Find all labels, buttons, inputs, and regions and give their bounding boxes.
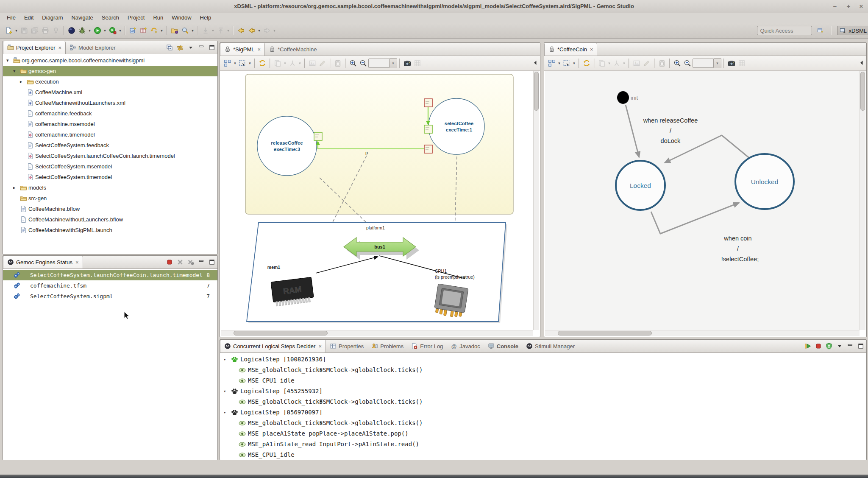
state-locked[interactable]: Locked bbox=[616, 161, 665, 210]
scrollbar-thumb[interactable] bbox=[234, 331, 328, 335]
menu-file[interactable]: File bbox=[3, 13, 20, 23]
logical-step-row[interactable]: ▾LogicalStep [1008261936] bbox=[220, 354, 866, 365]
tree-item-org-gemoc-sample-bcool-coffeemachinewithsigpml[interactable]: ▾org.gemoc.sample.bcool.coffeemachinewit… bbox=[3, 55, 217, 66]
tab-gemoc-engines-status[interactable]: Gemoc Engines Status × bbox=[3, 256, 83, 268]
tab-problems[interactable]: Problems bbox=[367, 340, 407, 352]
main-new-table-button[interactable] bbox=[138, 25, 149, 36]
mse-row[interactable]: MSE_pA1inState_readInputPort->pA1inState… bbox=[220, 439, 866, 450]
tab-project-explorer[interactable]: Project Explorer× bbox=[3, 41, 66, 54]
sigpml-layout-dropdown[interactable]: ▾ bbox=[233, 61, 237, 65]
scrollbar-thumb[interactable] bbox=[558, 331, 652, 335]
main-debug-button[interactable] bbox=[77, 25, 87, 36]
main-back-history-button[interactable] bbox=[236, 25, 246, 36]
mse-row[interactable]: MSE_globalClock_ticksFSMClock->globalClo… bbox=[220, 397, 866, 407]
logical-step-row[interactable]: ▾LogicalStep [856970097] bbox=[220, 407, 866, 418]
main-new-launch-config-button[interactable]: Gr bbox=[128, 25, 138, 36]
tree-item-selectcoffeesystem-msemodel[interactable]: SelectCoffeeSystem.msemodel bbox=[3, 161, 217, 172]
sigpml-zoom-out-button[interactable] bbox=[358, 58, 368, 68]
sigpml-snapshot-button[interactable] bbox=[402, 58, 412, 68]
tab-error-log[interactable]: Error Log bbox=[407, 340, 447, 352]
scrollbar-thumb[interactable] bbox=[534, 72, 539, 111]
decider-shield-button[interactable] bbox=[824, 341, 834, 351]
coffeecoin-select-mode-button[interactable] bbox=[562, 58, 572, 68]
window-minimize-button[interactable]: − bbox=[829, 0, 841, 13]
decider-step-run-button[interactable] bbox=[803, 341, 812, 351]
menu-help[interactable]: Help bbox=[196, 13, 216, 23]
tree-item-execution[interactable]: ▸execution bbox=[3, 76, 217, 87]
expand-arrow-icon[interactable]: ▸ bbox=[13, 182, 16, 193]
collapse-arrow-icon[interactable]: ▾ bbox=[6, 55, 9, 66]
collapse-arrow-icon[interactable]: ▾ bbox=[223, 354, 226, 365]
collapse-arrow-icon[interactable]: ▾ bbox=[13, 66, 16, 76]
mse-row[interactable]: MSE_CPU1_idle bbox=[220, 375, 866, 386]
coffeecoin-snapshot-button[interactable] bbox=[726, 58, 737, 68]
tree-item-gemoc-gen[interactable]: ▾gemoc-gen bbox=[3, 66, 217, 76]
main-search-button[interactable] bbox=[180, 25, 190, 36]
pe-maximize-button[interactable] bbox=[207, 43, 217, 53]
main-open-resource-button[interactable] bbox=[169, 25, 180, 36]
main-new-wizard-button[interactable] bbox=[3, 25, 14, 36]
main-modeling-sphere-button[interactable] bbox=[66, 25, 77, 36]
close-tab-icon[interactable]: × bbox=[58, 45, 61, 51]
main-last-edit-location-dropdown[interactable]: ▾ bbox=[211, 28, 215, 33]
coffeecoin-vertical-scrollbar[interactable] bbox=[860, 71, 865, 330]
close-tab-icon[interactable]: × bbox=[75, 259, 79, 266]
sigpml-layout-button[interactable] bbox=[223, 58, 233, 68]
coffeecoin-zoom-combo-dropdown[interactable]: ▾ bbox=[714, 58, 721, 68]
window-maximize-button[interactable]: + bbox=[843, 0, 854, 13]
decider-stop-button[interactable] bbox=[813, 341, 823, 351]
xdsml-perspective-button[interactable]: xDSML bbox=[837, 26, 868, 35]
main-run-button[interactable] bbox=[92, 25, 103, 36]
menu-window[interactable]: Window bbox=[167, 13, 195, 23]
menu-search[interactable]: Search bbox=[97, 13, 123, 23]
tab-properties[interactable]: Properties bbox=[326, 340, 367, 352]
tab-javadoc[interactable]: @Javadoc bbox=[447, 340, 484, 352]
window-close-button[interactable]: × bbox=[855, 0, 867, 13]
open-perspective-button[interactable] bbox=[815, 26, 825, 36]
pe-collapse-all-button[interactable] bbox=[164, 43, 174, 53]
tree-item-coffeemachine-xml[interactable]: CoffeeMachine.xml bbox=[3, 87, 217, 98]
engines-maximize-button[interactable] bbox=[207, 257, 217, 267]
close-tab-icon[interactable]: × bbox=[318, 343, 322, 349]
tree-item-coffemachine-timemodel[interactable]: coffemachine.timemodel bbox=[3, 129, 217, 140]
collapse-arrow-icon[interactable]: ▾ bbox=[223, 386, 226, 397]
collapse-arrow-icon[interactable]: ▾ bbox=[223, 407, 226, 418]
main-previous-annotation-dropdown[interactable]: ▾ bbox=[226, 28, 231, 33]
main-debug-dropdown[interactable]: ▾ bbox=[87, 28, 92, 33]
engine-row-selectcoffeesystem-sigpml[interactable]: SelectCoffeeSystem.sigpml7 bbox=[3, 291, 217, 302]
main-run-dropdown[interactable]: ▾ bbox=[103, 28, 107, 33]
coffeecoin-distribute-dropdown[interactable]: ▾ bbox=[622, 61, 626, 65]
coffeecoin-zoom-out-button[interactable] bbox=[682, 58, 693, 68]
quick-access-input[interactable] bbox=[757, 26, 812, 35]
tree-item-coffeemachinewithoutlaunchers-xml[interactable]: CoffeeMachinewithoutLaunchers.xml bbox=[3, 98, 217, 108]
coffeecoin-zoom-combo[interactable] bbox=[693, 59, 714, 68]
agent-releaseCoffee[interactable]: releaseCoffee execTime:3 bbox=[257, 116, 317, 176]
menu-edit[interactable]: Edit bbox=[20, 13, 38, 23]
coffeecoin-layout-dropdown[interactable]: ▾ bbox=[557, 61, 562, 65]
sigpml-horizontal-scrollbar[interactable] bbox=[221, 330, 533, 336]
tree-item-coffeemachine-bflow[interactable]: CoffeeMachine.bflow bbox=[3, 204, 217, 214]
main-profile-button[interactable] bbox=[107, 25, 118, 36]
mse-row[interactable]: MSE_CPU1_idle bbox=[220, 450, 866, 460]
main-profile-dropdown[interactable]: ▾ bbox=[118, 28, 122, 33]
mse-row[interactable]: MSE_globalClock_ticksFSMClock->globalClo… bbox=[220, 418, 866, 428]
tab-concurrent-logical-steps-decider[interactable]: Concurrent Logical Steps Decider× bbox=[220, 340, 326, 352]
sigpml-vertical-scrollbar[interactable] bbox=[533, 71, 539, 330]
menu-run[interactable]: Run bbox=[149, 13, 167, 23]
main-back-dropdown[interactable]: ▾ bbox=[257, 28, 262, 33]
close-tab-icon[interactable]: × bbox=[590, 46, 593, 53]
tree-item-selectcoffeesystem-timemodel[interactable]: SelectCoffeeSystem.timemodel bbox=[3, 172, 217, 182]
collapse-palette-icon[interactable] bbox=[532, 59, 539, 67]
scrollbar-thumb[interactable] bbox=[860, 72, 865, 111]
initial-state[interactable]: init bbox=[617, 91, 638, 104]
tree-item-src-gen[interactable]: src-gen bbox=[3, 193, 217, 204]
main-refresh-new-dropdown[interactable]: ▾ bbox=[159, 28, 164, 33]
decider-maximize-button[interactable] bbox=[856, 341, 865, 351]
platform-node[interactable]: platform1 bus1 mem1 RAM bbox=[247, 223, 507, 323]
tree-item-coffeemachinewithoutlaunchers-bflow[interactable]: CoffeeMachinewithoutLaunchers.bflow bbox=[3, 214, 217, 225]
sigpml-zoom-in-button[interactable] bbox=[348, 58, 358, 68]
coffeecoin-zoom-in-button[interactable] bbox=[672, 58, 682, 68]
coffeecoin-refresh-button[interactable] bbox=[581, 58, 592, 68]
mse-row[interactable]: MSE_globalClock_ticksFSMClock->globalClo… bbox=[220, 365, 866, 375]
coffeecoin-copy-appearance-dropdown[interactable]: ▾ bbox=[607, 61, 612, 65]
